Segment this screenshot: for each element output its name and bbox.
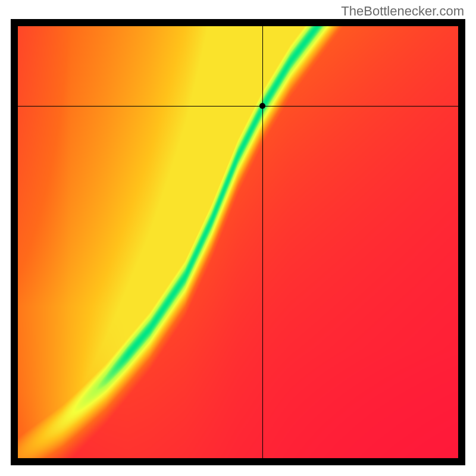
chart-frame	[11, 19, 465, 465]
intersection-marker	[259, 103, 265, 109]
chart-container: TheBottlenecker.com	[0, 0, 476, 476]
crosshair-vertical	[262, 26, 263, 458]
heatmap-canvas	[18, 26, 458, 458]
plot-area	[18, 26, 458, 458]
watermark-text: TheBottlenecker.com	[341, 4, 464, 19]
crosshair-horizontal	[18, 106, 458, 107]
